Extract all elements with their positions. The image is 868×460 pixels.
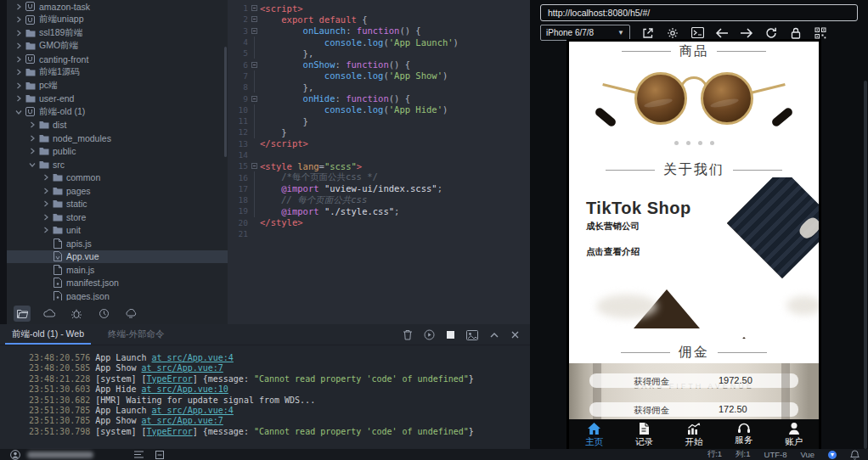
brand-intro-link[interactable]: 点击查看介绍: [586, 246, 713, 258]
carousel-dot[interactable]: [686, 141, 690, 145]
fold-marker[interactable]: [248, 59, 260, 70]
source-link[interactable]: TypeError: [147, 374, 193, 384]
code-line[interactable]: 11 }: [228, 115, 530, 126]
refresh-button[interactable]: [764, 27, 779, 39]
code-line[interactable]: 17 @import "uview-ui/index.scss";: [228, 183, 530, 194]
code-line[interactable]: 13</script>: [228, 138, 530, 149]
tree-item[interactable]: main.js: [7, 263, 228, 277]
qr-code-button[interactable]: [813, 27, 828, 39]
console-tab[interactable]: 前端-old (1) - Web: [0, 324, 96, 345]
tree-item[interactable]: user-end: [7, 93, 228, 106]
snapshot-button[interactable]: [466, 330, 478, 340]
console-tab[interactable]: 终端-外部命令: [96, 324, 177, 345]
browser-scrollbar[interactable]: [864, 81, 867, 449]
tree-item[interactable]: App.vue: [7, 250, 228, 264]
tree-item[interactable]: pages: [7, 184, 228, 198]
product-image-sunglasses[interactable]: [604, 64, 784, 140]
cursor-line-indicator[interactable]: 行:1: [707, 449, 722, 460]
code-line[interactable]: 6 onShow: function() {: [228, 59, 530, 70]
back-button[interactable]: [714, 28, 730, 38]
cloud-button[interactable]: [41, 306, 58, 322]
terminal-button[interactable]: [690, 27, 705, 38]
tree-item[interactable]: store: [7, 210, 228, 224]
fold-marker[interactable]: [248, 3, 260, 14]
nav-item-records[interactable]: 记录: [619, 419, 669, 449]
source-link[interactable]: at src/App.vue:10: [141, 384, 228, 394]
nav-item-home[interactable]: 主页: [569, 419, 619, 449]
code-line[interactable]: 1<script>: [228, 3, 530, 14]
code-line[interactable]: 5 },: [228, 48, 530, 59]
code-line[interactable]: 3 onLaunch: function() {: [228, 25, 530, 36]
tree-item[interactable]: static: [7, 198, 228, 211]
clear-button[interactable]: [403, 329, 413, 340]
fold-marker[interactable]: [248, 14, 260, 25]
fold-marker[interactable]: [248, 93, 260, 104]
tree-item[interactable]: amazon-task: [7, 0, 228, 14]
code-line[interactable]: 8 },: [228, 81, 530, 93]
tree-item[interactable]: canting-front: [7, 53, 228, 66]
carousel-dot[interactable]: [710, 141, 714, 145]
code-line[interactable]: 19 @import "./style.css";: [228, 205, 530, 216]
lock-button[interactable]: [788, 27, 803, 39]
encoding-indicator[interactable]: UTF-8: [764, 450, 787, 459]
download-icon[interactable]: ▼: [828, 451, 837, 459]
carousel-dot[interactable]: [698, 141, 702, 145]
tree-item[interactable]: GMO前端: [7, 40, 228, 53]
forward-button[interactable]: [739, 28, 754, 38]
tree-item[interactable]: 前端uniapp: [7, 14, 228, 27]
tree-item[interactable]: node_modules: [7, 132, 228, 145]
code-line[interactable]: 21: [228, 228, 530, 239]
code-line[interactable]: 18 // 每个页面公共css: [228, 194, 530, 205]
tree-item[interactable]: unit: [7, 224, 228, 238]
tree-item[interactable]: dist: [7, 119, 228, 132]
code-editor[interactable]: 1<script>2 export default {3 onLaunch: f…: [228, 0, 530, 324]
restart-button[interactable]: [424, 329, 435, 340]
code-line[interactable]: 7 console.log('App Show'): [228, 70, 530, 81]
settings-button[interactable]: [665, 27, 680, 39]
bell-icon[interactable]: [850, 450, 860, 460]
folder-open-button[interactable]: [14, 306, 31, 322]
source-link[interactable]: at src/App.vue:7: [141, 363, 223, 373]
tree-item[interactable]: 前端1源码: [7, 66, 228, 80]
source-link[interactable]: TypeError: [147, 427, 193, 436]
history-button[interactable]: [95, 306, 112, 322]
tree-item[interactable]: pc端: [7, 79, 228, 93]
bug-button[interactable]: [68, 306, 85, 322]
cursor-col-indicator[interactable]: 列:1: [736, 449, 750, 460]
source-link[interactable]: at src/App.vue:4: [152, 353, 234, 362]
code-line[interactable]: 16 /*每个页面公共css */: [228, 171, 530, 182]
nav-item-service[interactable]: 服务: [719, 419, 769, 449]
fold-marker[interactable]: [248, 160, 260, 171]
code-line[interactable]: 12 }: [228, 126, 530, 137]
tree-item[interactable]: ssl189前端: [7, 26, 228, 40]
box-icon[interactable]: [155, 451, 164, 459]
code-line[interactable]: 9 onHide: function() {: [228, 93, 530, 104]
outline-list-icon[interactable]: [134, 451, 144, 459]
carousel-dot[interactable]: [674, 141, 679, 145]
tree-item[interactable]: public: [7, 145, 228, 159]
tree-item[interactable]: common: [7, 171, 228, 185]
code-line[interactable]: 20</style>: [228, 217, 530, 228]
stop-button[interactable]: [446, 330, 455, 339]
file-tree[interactable]: amazon-task前端uniappssl189前端GMO前端canting-…: [7, 0, 228, 300]
tree-item[interactable]: manifest.json: [7, 277, 228, 290]
fold-marker[interactable]: [248, 25, 260, 36]
user-avatar-icon[interactable]: [10, 450, 20, 460]
code-line[interactable]: 10 console.log('App Hide'): [228, 104, 530, 115]
code-line[interactable]: 4 console.log('App Launch'): [228, 36, 530, 48]
language-mode-indicator[interactable]: Vue: [800, 450, 814, 459]
source-link[interactable]: at src/App.vue:4: [152, 406, 234, 415]
username-blurred[interactable]: [27, 452, 93, 458]
url-input[interactable]: [540, 4, 858, 21]
collapse-button[interactable]: [489, 332, 499, 339]
close-button[interactable]: [510, 330, 520, 339]
file-tree-scrollbar[interactable]: [224, 47, 227, 157]
tree-item[interactable]: apis.js: [7, 237, 228, 250]
code-line[interactable]: 15<style lang="scss">: [228, 160, 530, 171]
tree-item[interactable]: 前端-old (1): [7, 105, 228, 119]
cloud-sync-button[interactable]: [122, 306, 139, 322]
tree-item[interactable]: src: [7, 158, 228, 171]
nav-item-chart[interactable]: 开始: [669, 419, 719, 449]
source-link[interactable]: at src/App.vue:7: [141, 416, 223, 425]
nav-item-account[interactable]: 账户: [769, 419, 819, 449]
